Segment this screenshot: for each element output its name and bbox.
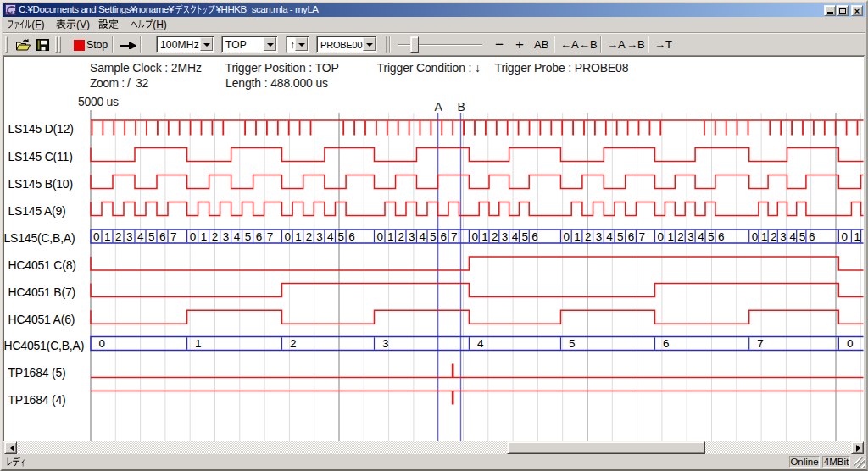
svg-text:5: 5 — [521, 230, 528, 243]
svg-text:6: 6 — [809, 230, 815, 243]
svg-text:5: 5 — [799, 230, 806, 243]
svg-text:1: 1 — [195, 337, 202, 350]
svg-text:2: 2 — [677, 230, 684, 243]
svg-text:4: 4 — [512, 230, 519, 243]
svg-text:(H): (H) — [153, 19, 167, 30]
svg-text:7: 7 — [757, 337, 764, 350]
svg-text:3: 3 — [126, 230, 133, 243]
svg-text:1: 1 — [761, 230, 768, 243]
svg-text:2: 2 — [492, 230, 498, 243]
svg-text:(V): (V) — [76, 19, 90, 30]
svg-text:7: 7 — [170, 230, 177, 243]
svg-text:1: 1 — [104, 230, 111, 243]
svg-text:7: 7 — [451, 230, 458, 243]
svg-text:6: 6 — [718, 230, 725, 243]
svg-text:7: 7 — [638, 230, 645, 243]
svg-text:2: 2 — [771, 230, 777, 243]
svg-text:0: 0 — [564, 230, 570, 243]
svg-text:5: 5 — [245, 230, 252, 243]
svg-text:3: 3 — [687, 230, 694, 243]
svg-text:5: 5 — [338, 230, 345, 243]
svg-text:3: 3 — [780, 230, 787, 243]
svg-text:6: 6 — [441, 230, 448, 243]
svg-text:¥HHKB_scan.mla - myLA: ¥HHKB_scan.mla - myLA — [215, 4, 320, 14]
svg-text:1: 1 — [854, 230, 860, 243]
svg-text:3: 3 — [382, 337, 389, 350]
svg-text:6: 6 — [159, 230, 166, 243]
svg-text:0: 0 — [752, 230, 759, 243]
svg-text:3: 3 — [409, 230, 415, 243]
svg-text:(F): (F) — [31, 19, 44, 30]
svg-text:1: 1 — [387, 230, 394, 243]
svg-text:5: 5 — [569, 337, 576, 350]
svg-text:5: 5 — [708, 230, 715, 243]
svg-text:0: 0 — [285, 230, 292, 243]
svg-text:4: 4 — [234, 230, 241, 243]
svg-text:1: 1 — [201, 230, 208, 243]
svg-text:6: 6 — [531, 230, 538, 243]
svg-text:1: 1 — [481, 230, 488, 243]
svg-text:0: 0 — [471, 230, 478, 243]
svg-text:4: 4 — [606, 230, 613, 243]
svg-text:4: 4 — [698, 230, 704, 243]
svg-text:3: 3 — [596, 230, 603, 243]
svg-text:0: 0 — [190, 230, 197, 243]
svg-text:4: 4 — [137, 230, 144, 243]
svg-text:6: 6 — [663, 337, 670, 350]
svg-text:2: 2 — [115, 230, 122, 243]
svg-text:3: 3 — [316, 230, 323, 243]
svg-text:2: 2 — [306, 230, 313, 243]
svg-text:4: 4 — [327, 230, 334, 243]
svg-text:6: 6 — [348, 230, 355, 243]
svg-text:4: 4 — [790, 230, 797, 243]
svg-text:2: 2 — [290, 337, 297, 350]
svg-text:1: 1 — [295, 230, 302, 243]
svg-text:1: 1 — [667, 230, 674, 243]
svg-text:6: 6 — [256, 230, 263, 243]
svg-text:0: 0 — [841, 230, 848, 243]
svg-text:0: 0 — [99, 337, 106, 350]
svg-text:4: 4 — [420, 230, 426, 243]
svg-text:5: 5 — [430, 230, 437, 243]
svg-text:4: 4 — [477, 337, 484, 350]
svg-text:2: 2 — [585, 230, 592, 243]
svg-text:3: 3 — [223, 230, 230, 243]
svg-text:5: 5 — [617, 230, 624, 243]
svg-text:3: 3 — [502, 230, 509, 243]
svg-text:7: 7 — [267, 230, 274, 243]
svg-text:0: 0 — [377, 230, 384, 243]
svg-text:5: 5 — [148, 230, 155, 243]
svg-text:C:¥Documents and Settings¥nona: C:¥Documents and Settings¥noname¥ — [19, 4, 175, 14]
svg-text:0: 0 — [847, 337, 854, 350]
svg-text:1: 1 — [574, 230, 581, 243]
svg-text:0: 0 — [93, 230, 100, 243]
svg-text:2: 2 — [398, 230, 405, 243]
svg-text:6: 6 — [628, 230, 635, 243]
svg-text:2: 2 — [212, 230, 219, 243]
svg-text:0: 0 — [658, 230, 665, 243]
